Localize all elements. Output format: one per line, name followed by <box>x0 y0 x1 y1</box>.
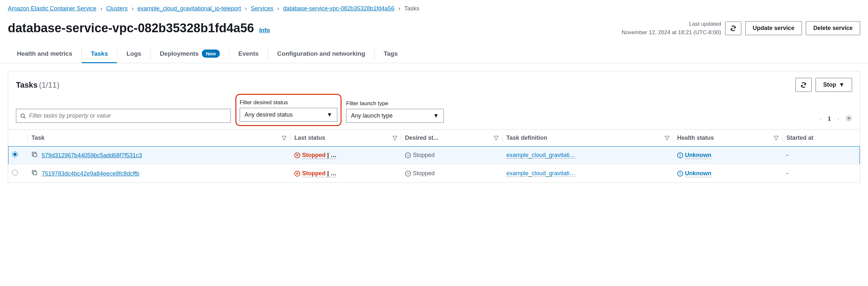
filter-launch-label: Filter launch type <box>346 100 444 107</box>
sort-icon: ▽ <box>393 134 397 141</box>
error-icon: ✕ <box>294 152 300 158</box>
status-text: Unknown <box>685 152 711 159</box>
tab-tags[interactable]: Tags <box>375 44 407 63</box>
filter-status-value: Any desired status <box>245 111 293 118</box>
table-row[interactable]: 579d312967b44059bc5add68f7f531c3 ✕ Stopp… <box>8 146 860 165</box>
breadcrumb-link-services[interactable]: Services <box>251 5 273 12</box>
breadcrumb-link-service[interactable]: database-service-vpc-082b35328b1fd4a56 <box>283 5 394 12</box>
chevron-right-icon: › <box>399 5 400 12</box>
filter-status-select[interactable]: Any desired status ▼ <box>240 108 337 122</box>
prev-page[interactable]: ‹ <box>819 116 821 122</box>
refresh-icon <box>730 25 737 32</box>
breadcrumb: Amazon Elastic Container Service › Clust… <box>0 0 868 17</box>
page-header: database-service-vpc-082b35328b1fd4a56 I… <box>0 17 868 44</box>
info-icon: i <box>677 152 683 158</box>
caret-down-icon: ▼ <box>327 111 333 118</box>
tab-health[interactable]: Health and metrics <box>8 44 82 63</box>
table-row[interactable]: 7519783dc4bc42e9a84eece8fc8dcffb ✕ Stopp… <box>8 165 860 183</box>
minus-icon: − <box>405 171 411 176</box>
refresh-icon <box>800 82 807 88</box>
settings-button[interactable] <box>845 115 852 123</box>
chevron-right-icon: › <box>245 5 247 12</box>
caret-down-icon: ▼ <box>839 81 844 88</box>
chevron-right-icon: › <box>131 5 133 12</box>
tab-deployments[interactable]: Deployments New <box>151 44 229 63</box>
page-number: 1 <box>828 116 831 122</box>
breadcrumb-link-clusters[interactable]: Clusters <box>106 5 128 12</box>
task-id-link[interactable]: 579d312967b44059bc5add68f7f531c3 <box>42 152 142 159</box>
sort-icon: ▽ <box>774 134 778 141</box>
col-started-at[interactable]: Started at <box>782 130 860 146</box>
last-updated: Last updated November 12, 2024 at 18:21 … <box>622 20 721 36</box>
started-at: - <box>782 146 860 165</box>
refresh-button[interactable] <box>725 22 741 35</box>
tab-logs[interactable]: Logs <box>117 44 150 63</box>
filter-launch-value: Any launch type <box>351 112 393 119</box>
filter-launch-select[interactable]: Any launch type ▼ <box>346 109 444 123</box>
tasks-table: Task▽ Last status▽ Desired st...▽ Task d… <box>8 129 860 182</box>
sort-icon: ▽ <box>665 134 670 141</box>
tab-config[interactable]: Configuration and networking <box>268 44 374 63</box>
svg-rect-2 <box>34 153 37 157</box>
breadcrumb-link-cluster[interactable]: example_cloud_gravitational_io-teleport <box>137 5 241 12</box>
sort-icon: ▽ <box>494 134 498 141</box>
delete-service-button[interactable]: Delete service <box>806 21 860 35</box>
col-desired-status[interactable]: Desired st...▽ <box>401 130 502 146</box>
col-last-status[interactable]: Last status▽ <box>290 130 401 146</box>
breadcrumb-link-ecs[interactable]: Amazon Elastic Container Service <box>8 5 96 12</box>
info-icon: i <box>677 171 683 176</box>
status-text: Stopped <box>413 170 435 177</box>
sort-icon: ▽ <box>282 134 286 141</box>
status-text: Stopped <box>413 152 435 159</box>
tab-tasks[interactable]: Tasks <box>82 44 117 63</box>
panel-refresh-button[interactable] <box>796 78 812 92</box>
update-service-button[interactable]: Update service <box>745 21 802 35</box>
svg-point-0 <box>21 114 24 117</box>
info-link[interactable]: Info <box>259 27 270 34</box>
page-title: database-service-vpc-082b35328b1fd4a56 <box>8 21 254 35</box>
caret-down-icon: ▼ <box>433 112 439 119</box>
last-updated-label: Last updated <box>622 20 721 28</box>
new-badge: New <box>202 50 220 58</box>
copy-icon[interactable] <box>32 170 39 177</box>
filter-status-highlight: Filter desired status Any desired status… <box>236 94 342 126</box>
row-radio[interactable] <box>12 170 18 176</box>
last-updated-value: November 12, 2024 at 18:21 (UTC-8:00) <box>622 28 721 37</box>
desired-status: − Stopped <box>405 170 435 177</box>
started-at: - <box>782 165 860 183</box>
task-definition-link[interactable]: example_cloud_gravitati… <box>506 152 575 159</box>
panel-count: (1/11) <box>39 81 60 89</box>
copy-icon[interactable] <box>32 152 39 159</box>
status-text: Stopped <box>302 152 336 159</box>
tab-label: Deployments <box>160 50 198 57</box>
col-task[interactable]: Task▽ <box>28 130 290 146</box>
status-text: Unknown <box>685 170 711 177</box>
task-id-link[interactable]: 7519783dc4bc42e9a84eece8fc8dcffb <box>42 170 140 177</box>
last-status: ✕ Stopped <box>294 152 336 159</box>
stop-button[interactable]: Stop ▼ <box>815 78 852 92</box>
error-icon: ✕ <box>294 171 300 176</box>
breadcrumb-current: Tasks <box>404 5 420 12</box>
stop-label: Stop <box>823 81 836 88</box>
gear-icon <box>845 115 852 121</box>
search-input[interactable] <box>29 112 227 119</box>
tabs: Health and metrics Tasks Logs Deployment… <box>0 44 868 63</box>
tab-events[interactable]: Events <box>229 44 268 63</box>
col-health-status[interactable]: Health status▽ <box>673 130 783 146</box>
svg-rect-3 <box>34 172 37 175</box>
status-text: Stopped <box>302 170 336 177</box>
task-definition-link[interactable]: example_cloud_gravitati… <box>506 170 575 177</box>
search-box[interactable] <box>16 109 231 123</box>
pagination: ‹ 1 › <box>819 115 852 123</box>
health-status: i Unknown <box>677 170 711 177</box>
desired-status: − Stopped <box>405 152 435 159</box>
tasks-panel: Tasks (1/11) Stop ▼ Filter desired statu… <box>8 71 860 183</box>
chevron-right-icon: › <box>277 5 279 12</box>
search-icon <box>20 113 26 119</box>
last-status: ✕ Stopped <box>294 170 336 177</box>
minus-icon: − <box>405 152 411 158</box>
row-radio[interactable] <box>12 151 18 157</box>
next-page[interactable]: › <box>837 116 839 122</box>
col-task-definition[interactable]: Task definition▽ <box>502 130 673 146</box>
svg-point-1 <box>848 118 850 119</box>
